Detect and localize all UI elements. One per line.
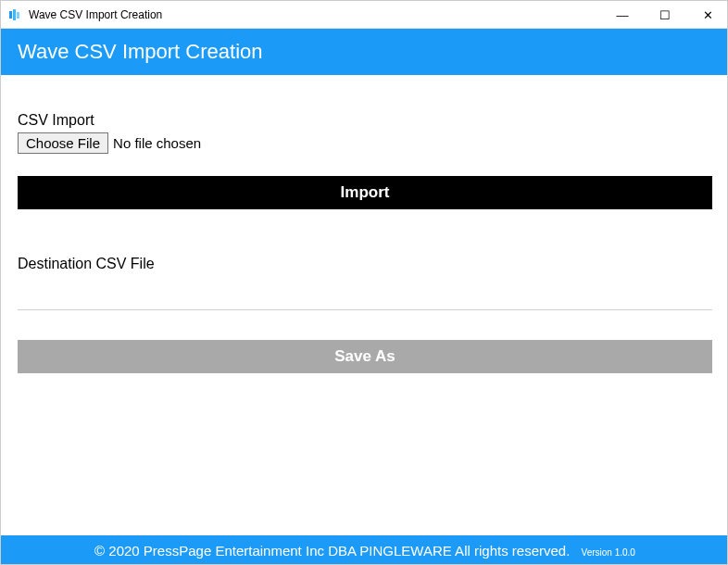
main-content: CSV Import Choose File No file chosen Im… bbox=[1, 75, 728, 533]
import-button[interactable]: Import bbox=[18, 176, 712, 209]
app-icon bbox=[8, 7, 23, 22]
titlebar: Wave CSV Import Creation — ☐ ✕ bbox=[1, 1, 728, 29]
destination-label: Destination CSV File bbox=[18, 256, 712, 272]
footer-version: Version 1.0.0 bbox=[582, 547, 635, 558]
svg-rect-0 bbox=[9, 11, 12, 19]
file-input-row: Choose File No file chosen bbox=[18, 132, 712, 154]
footer-copyright: © 2020 PressPage Entertainment Inc DBA P… bbox=[94, 543, 570, 559]
close-button[interactable]: ✕ bbox=[686, 1, 728, 29]
footer: © 2020 PressPage Entertainment Inc DBA P… bbox=[1, 535, 728, 565]
window-controls: — ☐ ✕ bbox=[601, 1, 728, 28]
svg-rect-2 bbox=[17, 12, 19, 19]
file-status-text: No file chosen bbox=[113, 135, 201, 151]
destination-input[interactable] bbox=[18, 283, 712, 310]
minimize-button[interactable]: — bbox=[601, 1, 644, 29]
choose-file-button[interactable]: Choose File bbox=[18, 132, 108, 154]
page-title: Wave CSV Import Creation bbox=[18, 40, 263, 63]
csv-import-label: CSV Import bbox=[18, 112, 712, 129]
save-as-button[interactable]: Save As bbox=[18, 340, 712, 373]
page-header: Wave CSV Import Creation bbox=[1, 29, 728, 75]
maximize-button[interactable]: ☐ bbox=[644, 1, 686, 29]
window-title: Wave CSV Import Creation bbox=[29, 8, 601, 21]
svg-rect-1 bbox=[13, 9, 16, 20]
